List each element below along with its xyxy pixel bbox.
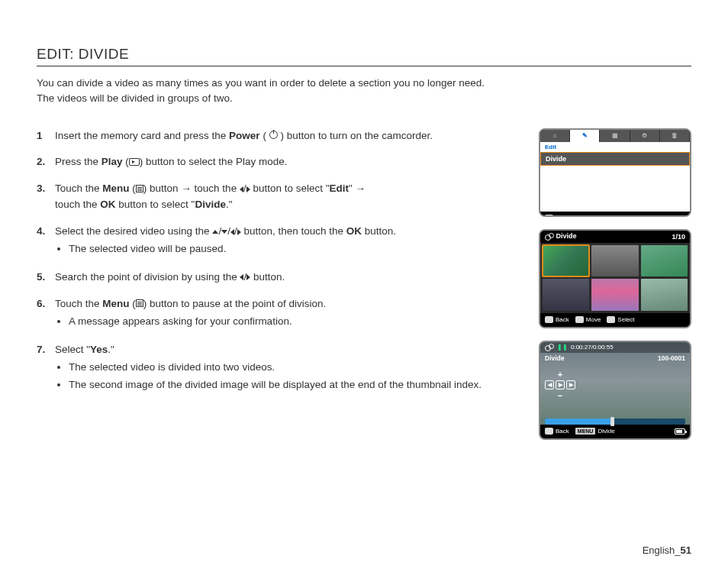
up-triangle-icon (212, 230, 218, 234)
step-number: 4. (37, 224, 55, 259)
back-icon (545, 428, 553, 435)
select-label: Select (617, 316, 634, 323)
bullet: The selected video will be paused. (69, 241, 520, 257)
page-footer: English_51 (643, 545, 691, 556)
divide-label: Divide (195, 199, 226, 210)
screen-footer: Back Move Select (540, 313, 690, 327)
ok-label: OK (346, 225, 362, 237)
progress-fill (545, 419, 612, 425)
play-icon (129, 158, 140, 166)
page-counter: 1/10 (672, 233, 685, 241)
text: Select the desired video using the (55, 225, 212, 237)
step-7: 7. Select "Yes." The selected video is d… (37, 342, 520, 395)
select-icon (607, 316, 615, 323)
text: button to pause at the point of division… (147, 298, 326, 309)
tab-icon: ⌂ (540, 130, 570, 142)
step-4: 4. Select the desired video using the //… (37, 224, 520, 259)
move-icon (575, 316, 584, 323)
screen-edit-menu: ⌂ ✎ ▦ ⚙ 🗑 Edit Divide Back (539, 128, 691, 217)
bullet: A message appears asking for your confir… (69, 314, 520, 330)
gears-icon (545, 344, 554, 351)
text: Press the (55, 156, 101, 167)
thumbnail (641, 279, 688, 311)
text: button to select the Play mode. (143, 156, 287, 167)
file-number: 100-0001 (658, 354, 685, 362)
divide-label: Divide (598, 428, 614, 435)
screen-footer: Back (540, 212, 690, 217)
move-label: Move (586, 316, 601, 323)
tab-edit-icon: ✎ (570, 130, 600, 142)
divide-title: Divide (556, 232, 577, 240)
down-triangle-icon (221, 230, 227, 234)
play-label: Play (101, 156, 123, 167)
text: button. (250, 271, 285, 283)
yes-label: Yes (90, 344, 108, 355)
text: Insert the memory card and press the (55, 130, 229, 141)
step-2: 2. Press the Play () button to select th… (37, 154, 520, 170)
power-icon (269, 131, 278, 139)
text: button. (362, 225, 396, 237)
text: button to select " (116, 199, 195, 210)
progress-handle (610, 417, 614, 426)
thumbnail (543, 279, 589, 311)
thumbnail (591, 279, 638, 311)
step-5: 5. Search the point of division by using… (37, 270, 520, 286)
divide-label: Divide (545, 354, 565, 362)
battery-icon (675, 428, 685, 435)
screen-divide-grid: Divide 1/10 Back Move Select (539, 229, 691, 328)
plus-icon: + (558, 370, 562, 379)
instructions-list: 1 Insert the memory card and press the P… (37, 128, 520, 440)
intro-line-1: You can divide a video as many times as … (37, 77, 485, 89)
text: Select " (55, 344, 90, 355)
back-label: Back (556, 215, 572, 217)
tab-icon: ▦ (600, 130, 630, 142)
left-triangle-icon (240, 274, 243, 280)
menu-icon (136, 185, 143, 192)
footer-page-number: 51 (681, 545, 691, 556)
ok-label: OK (100, 199, 115, 210)
text: touch the (55, 199, 100, 210)
step-number: 2. (37, 154, 55, 170)
left-triangle-icon (240, 186, 243, 192)
power-label: Power (229, 130, 260, 141)
screen-footer: Back MENUDivide (540, 425, 690, 438)
text: button (147, 183, 181, 194)
thumbnail-grid (540, 243, 690, 313)
menu-icon (136, 299, 143, 307)
back-icon (545, 316, 553, 323)
text: button to select " (250, 183, 330, 194)
tab-icon: 🗑 (660, 130, 690, 142)
screenshots-column: ⌂ ✎ ▦ ⚙ 🗑 Edit Divide Back Divide (539, 128, 691, 440)
menu-label: Menu (102, 298, 129, 309)
playback-controls: + ◀ ▶ ▶ − (545, 370, 575, 400)
edit-tab-label: Edit (540, 142, 690, 152)
text: Touch the (55, 183, 102, 194)
step-number: 6. (37, 296, 55, 331)
bullet: The second image of the divided image wi… (69, 377, 520, 393)
menu-item-divide: Divide (540, 152, 690, 166)
menu-chip-icon: MENU (575, 428, 596, 435)
playback-row2: Divide 100-0001 (540, 353, 690, 364)
arrow-right-icon: → (181, 183, 192, 194)
back-label: Back (556, 316, 569, 323)
menu-tabs: ⌂ ✎ ▦ ⚙ 🗑 (540, 130, 690, 142)
text: button, then touch the (241, 225, 346, 237)
thumbnail (591, 245, 638, 277)
step-number: 1 (37, 128, 55, 144)
step-number: 5. (37, 270, 55, 286)
gears-icon (545, 233, 554, 241)
back-label: Back (556, 428, 569, 435)
step-1: 1 Insert the memory card and press the P… (37, 128, 520, 144)
screen-header: Divide 1/10 (540, 231, 690, 243)
progress-bar (545, 419, 685, 425)
step-number: 7. (37, 342, 55, 395)
text: ." (108, 344, 114, 355)
minus-icon: − (558, 391, 562, 400)
step-6: 6. Touch the Menu () button to pause at … (37, 296, 520, 331)
text: button to turn on the camcorder. (284, 130, 433, 141)
tab-icon: ⚙ (630, 130, 660, 142)
text: touch the (192, 183, 240, 194)
playback-topbar: ❚❚ 0:00:27/0:00:55 (540, 342, 690, 353)
prev-icon: ◀ (545, 380, 554, 389)
text: Touch the (55, 298, 102, 309)
